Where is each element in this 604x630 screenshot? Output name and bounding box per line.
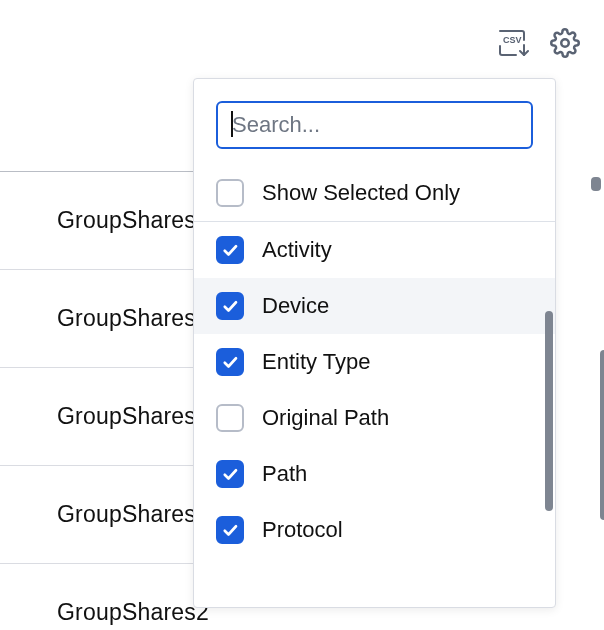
column-option-label: Entity Type xyxy=(262,349,370,375)
checkbox-checked[interactable] xyxy=(216,516,244,544)
column-option-row[interactable]: Activity xyxy=(194,222,555,278)
column-option-row[interactable]: Path xyxy=(194,446,555,502)
column-option-label: Device xyxy=(262,293,329,319)
data-table: e GroupShares2GroupShares2GroupShares2Gr… xyxy=(0,0,215,562)
text-caret xyxy=(231,111,233,137)
column-option-label: Protocol xyxy=(262,517,343,543)
table-cell: GroupShares2 xyxy=(57,207,209,234)
toolbar: CSV xyxy=(496,28,582,62)
column-option-row[interactable]: Original Path xyxy=(194,390,555,446)
table-row[interactable]: GroupShares2 xyxy=(0,368,215,466)
show-selected-only-row[interactable]: Show Selected Only xyxy=(194,165,555,221)
header-scrollbar-thumb[interactable] xyxy=(591,177,601,191)
table-header: e xyxy=(0,100,215,172)
csv-export-icon: CSV xyxy=(497,28,529,63)
table-row[interactable]: GroupShares2 xyxy=(0,466,215,564)
column-option-row[interactable]: Protocol xyxy=(194,502,555,558)
column-option-label: Original Path xyxy=(262,405,389,431)
search-input[interactable] xyxy=(216,101,533,149)
checkbox-unchecked[interactable] xyxy=(216,404,244,432)
table-cell: GroupShares2 xyxy=(57,305,209,332)
column-picker-popover: Show Selected Only ActivityDeviceEntity … xyxy=(193,78,556,608)
table-row[interactable]: GroupShares2 xyxy=(0,172,215,270)
page-scrollbar-thumb[interactable] xyxy=(600,350,604,520)
checkbox-checked[interactable] xyxy=(216,292,244,320)
table-row[interactable]: GroupShares2 xyxy=(0,564,215,630)
svg-text:CSV: CSV xyxy=(503,35,522,45)
table-cell: GroupShares2 xyxy=(57,599,209,626)
checkbox-show-selected-only[interactable] xyxy=(216,179,244,207)
popover-scrollbar-thumb[interactable] xyxy=(545,311,553,511)
checkbox-checked[interactable] xyxy=(216,236,244,264)
column-option-label: Path xyxy=(262,461,307,487)
checkbox-checked[interactable] xyxy=(216,348,244,376)
checkbox-checked[interactable] xyxy=(216,460,244,488)
search-wrap xyxy=(216,101,533,149)
settings-button[interactable] xyxy=(548,28,582,62)
table-cell: GroupShares2 xyxy=(57,403,209,430)
column-option-row[interactable]: Entity Type xyxy=(194,334,555,390)
show-selected-only-label: Show Selected Only xyxy=(262,180,460,206)
column-option-label: Activity xyxy=(262,237,332,263)
svg-point-1 xyxy=(561,39,569,47)
table-row[interactable]: GroupShares2 xyxy=(0,270,215,368)
gear-icon xyxy=(550,28,580,63)
column-option-row[interactable]: Device xyxy=(194,278,555,334)
csv-export-button[interactable]: CSV xyxy=(496,28,530,62)
table-cell: GroupShares2 xyxy=(57,501,209,528)
